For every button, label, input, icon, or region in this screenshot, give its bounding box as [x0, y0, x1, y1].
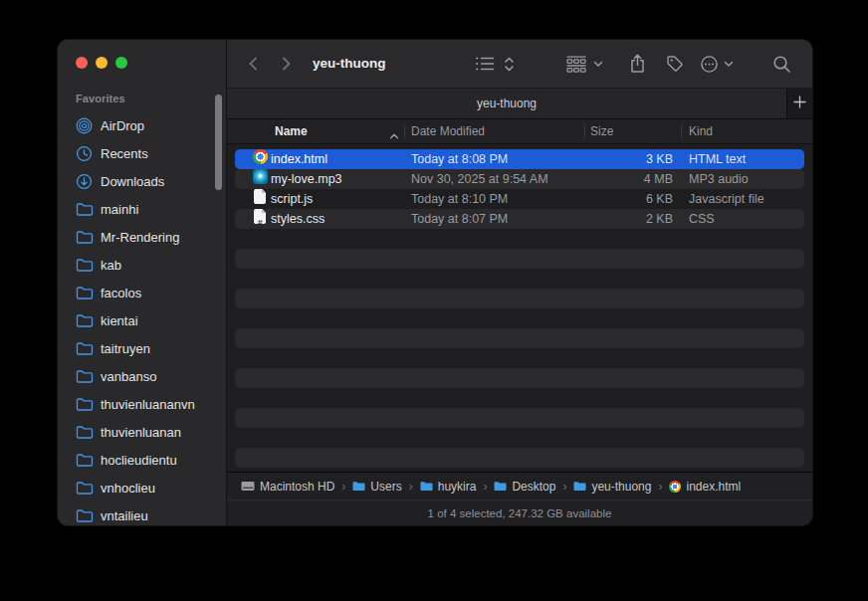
path-segment-yeu-thuong[interactable]: yeu-thuong	[573, 480, 651, 494]
path-segment-label: Desktop	[512, 480, 555, 494]
sidebar-item-downloads[interactable]: Downloads	[58, 167, 226, 195]
chevron-down-icon	[724, 61, 734, 68]
search-button[interactable]	[772, 40, 791, 88]
downloads-icon	[76, 173, 94, 190]
file-row-my-love.mp3[interactable]: my-love.mp3Nov 30, 2025 at 9:54 AM4 MBMP…	[235, 169, 804, 189]
tag-button[interactable]	[666, 40, 684, 88]
folder-icon	[76, 452, 94, 469]
path-separator: ›	[562, 480, 566, 494]
file-size: 3 KB	[563, 149, 673, 169]
sidebar-item-label: Downloads	[101, 174, 164, 189]
minimize-button[interactable]	[96, 57, 108, 69]
folder-icon	[76, 285, 94, 301]
file-kind: Javascript file	[689, 189, 764, 209]
file-row-script.js[interactable]: script.jsToday at 8:10 PM6 KBJavascript …	[235, 189, 804, 209]
finder-window: Favorites AirDropRecentsDownloadsmainhiM…	[58, 40, 812, 525]
chrome-small-icon	[669, 481, 681, 493]
column-kind[interactable]: Kind	[689, 119, 713, 143]
path-segment-label: Macintosh HD	[260, 480, 334, 494]
sidebar-item-facolos[interactable]: facolos	[58, 279, 226, 306]
sidebar-item-kientai[interactable]: kientai	[58, 306, 226, 334]
sidebar-item-vanbanso[interactable]: vanbanso	[58, 362, 226, 390]
chevron-down-icon	[593, 61, 603, 68]
sort-ascending-icon	[389, 128, 399, 142]
column-divider[interactable]	[584, 124, 585, 138]
group-button[interactable]	[564, 40, 603, 88]
tag-icon	[666, 55, 684, 73]
sidebar-item-vnhoclieu[interactable]: vnhoclieu	[58, 474, 226, 501]
path-separator: ›	[658, 480, 662, 494]
empty-row	[235, 308, 804, 328]
view-sort-button[interactable]	[504, 40, 515, 88]
empty-row	[235, 368, 804, 388]
column-size[interactable]: Size	[590, 119, 613, 143]
sidebar-item-thuvienluananvn[interactable]: thuvienluananvn	[58, 390, 226, 418]
file-row-styles.css[interactable]: styles.cssToday at 8:07 PM2 KBCSS	[235, 209, 804, 229]
file-kind: CSS	[689, 209, 715, 229]
sidebar-item-kab[interactable]: kab	[58, 251, 226, 279]
sidebar-item-label: vanbanso	[101, 369, 156, 384]
sidebar-item-label: mainhi	[101, 202, 138, 217]
sidebar-item-label: thuvienluanan	[101, 425, 181, 440]
new-tab-button[interactable]	[786, 89, 812, 118]
window-title: yeu-thuong	[313, 40, 386, 88]
forward-button[interactable]	[277, 40, 295, 88]
sidebar-item-label: kientai	[101, 313, 138, 328]
path-segment-users[interactable]: Users	[352, 480, 401, 494]
sidebar-item-label: facolos	[101, 286, 141, 300]
folder-icon	[76, 507, 94, 524]
sidebar-scrollbar[interactable]	[215, 95, 222, 190]
file-name: styles.css	[271, 209, 325, 229]
sidebar-item-label: Mr-Rendering	[101, 230, 179, 245]
folder-small-icon	[573, 481, 586, 492]
path-segment-huykira[interactable]: huykira	[420, 480, 477, 494]
sidebar-item-recents[interactable]: Recents	[58, 139, 226, 167]
share-icon	[629, 54, 646, 74]
empty-row	[235, 448, 804, 468]
sidebar-item-vntailieu[interactable]: vntailieu	[58, 501, 226, 525]
empty-row	[235, 348, 804, 368]
zoom-button[interactable]	[115, 57, 127, 69]
sidebar-item-mainhi[interactable]: mainhi	[58, 195, 226, 223]
sidebar-item-hoclieudientu[interactable]: hoclieudientu	[58, 446, 226, 474]
close-button[interactable]	[76, 57, 88, 69]
path-segment-index-html[interactable]: index.html	[669, 480, 741, 494]
tab-label: yeu-thuong	[477, 97, 537, 110]
file-kind: MP3 audio	[689, 169, 749, 189]
share-button[interactable]	[629, 40, 646, 88]
file-row-index.html[interactable]: index.htmlToday at 8:08 PM3 KBHTML text	[235, 149, 804, 169]
file-date-modified: Today at 8:10 PM	[411, 189, 508, 209]
search-icon	[772, 55, 791, 74]
sidebar-item-label: Recents	[101, 146, 148, 161]
folder-icon	[76, 368, 94, 385]
tab-yeu-thuong[interactable]: yeu-thuong	[227, 89, 786, 118]
empty-row	[235, 408, 804, 428]
toolbar: yeu-thuong	[227, 40, 812, 88]
file-size: 6 KB	[563, 189, 673, 209]
folder-small-icon	[420, 481, 433, 492]
sidebar-item-taitruyen[interactable]: taitruyen	[58, 334, 226, 362]
file-date-modified: Today at 8:08 PM	[411, 149, 508, 169]
sidebar-item-label: vnhoclieu	[101, 481, 155, 496]
path-segment-label: yeu-thuong	[591, 480, 651, 494]
sidebar-item-label: vntailieu	[101, 508, 148, 523]
sidebar-item-label: hoclieudientu	[101, 453, 177, 468]
column-name[interactable]: Name	[275, 119, 308, 143]
column-divider[interactable]	[404, 124, 405, 138]
column-date-modified[interactable]: Date Modified	[411, 119, 485, 143]
sidebar-item-label: thuvienluananvn	[101, 397, 195, 412]
view-list-button[interactable]	[475, 40, 495, 88]
sidebar-item-label: taitruyen	[101, 341, 150, 356]
path-segment-label: Users	[370, 480, 401, 494]
sidebar-item-airdrop[interactable]: AirDrop	[58, 111, 226, 139]
path-segment-desktop[interactable]: Desktop	[494, 480, 555, 494]
sidebar-item-mr-rendering[interactable]: Mr-Rendering	[58, 223, 226, 251]
path-segment-macintosh-hd[interactable]: Macintosh HD	[241, 480, 334, 494]
sidebar-item-thuvienluanan[interactable]: thuvienluanan	[58, 418, 226, 446]
more-button[interactable]	[700, 40, 734, 88]
column-divider[interactable]	[681, 124, 682, 138]
empty-row	[235, 269, 804, 289]
folder-icon	[76, 424, 94, 441]
file-name: index.html	[271, 149, 327, 169]
back-button[interactable]	[245, 40, 263, 88]
